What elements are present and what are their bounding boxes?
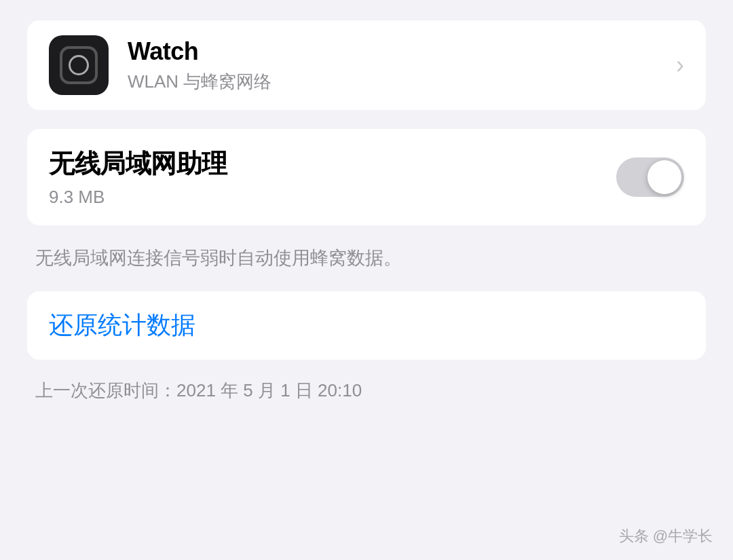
wlan-text-block: 无线局域网助理 9.3 MB <box>49 147 227 208</box>
watch-row[interactable]: Watch WLAN 与蜂窝网络 › <box>27 20 706 110</box>
watch-app-name: Watch <box>128 37 657 66</box>
watch-icon-face <box>60 46 98 84</box>
wlan-size: 9.3 MB <box>49 187 227 208</box>
watch-text-block: Watch WLAN 与蜂窝网络 <box>128 37 657 94</box>
toggle-knob <box>647 160 681 194</box>
chevron-right-icon: › <box>676 53 684 77</box>
wlan-description: 无线局域网连接信号弱时自动使用蜂窝数据。 <box>27 244 706 272</box>
last-reset-info: 上一次还原时间：2021 年 5 月 1 日 20:10 <box>27 379 706 403</box>
watermark: 头条 @牛学长 <box>619 526 713 546</box>
wlan-title: 无线局域网助理 <box>49 147 227 181</box>
watch-app-subtitle: WLAN 与蜂窝网络 <box>128 70 657 94</box>
watch-app-icon <box>49 35 109 95</box>
reset-row[interactable]: 还原统计数据 <box>27 291 706 360</box>
wlan-assistant-card: 无线局域网助理 9.3 MB <box>27 129 706 225</box>
reset-stats-label[interactable]: 还原统计数据 <box>49 311 195 339</box>
wlan-row: 无线局域网助理 9.3 MB <box>27 129 706 225</box>
watch-app-card[interactable]: Watch WLAN 与蜂窝网络 › <box>27 20 706 110</box>
wlan-toggle[interactable] <box>616 157 684 197</box>
reset-stats-card[interactable]: 还原统计数据 <box>27 291 706 360</box>
page: Watch WLAN 与蜂窝网络 › 无线局域网助理 9.3 MB 无线局域网连… <box>0 0 733 560</box>
